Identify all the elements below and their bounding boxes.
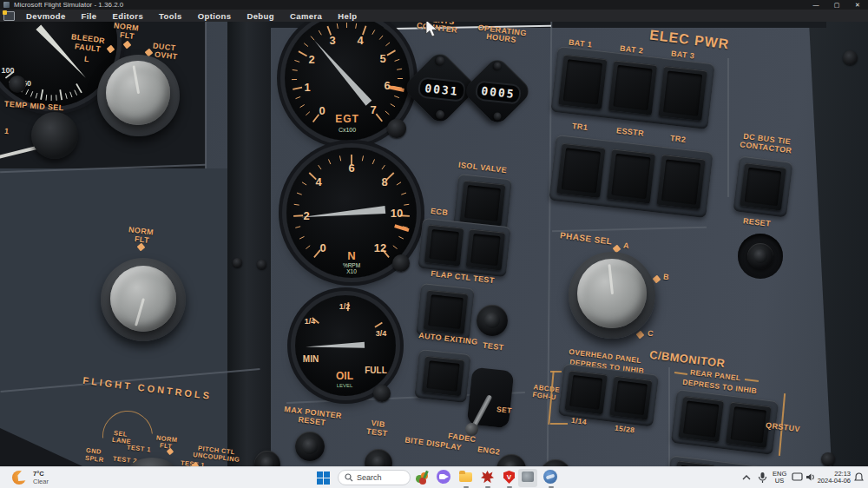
oil-gauge: 1/4 1/2 3/4 MIN FULL OIL LEVEL: [295, 295, 396, 396]
bat1-button[interactable]: [558, 55, 607, 109]
garden-app-icon[interactable]: [415, 470, 431, 485]
screw: [233, 258, 242, 267]
bleed-flt-label: FLT: [119, 30, 135, 41]
rear-cb-button-3[interactable]: [674, 460, 715, 466]
ecb-label: ECB: [430, 207, 448, 217]
dc-bus-tie-button[interactable]: [740, 162, 786, 210]
bleed-knob[interactable]: [106, 61, 170, 125]
egt-subtitle: Cx100: [339, 127, 356, 133]
start-button[interactable]: [317, 472, 330, 485]
n-title: N: [347, 249, 355, 262]
n-num: 8: [381, 175, 387, 188]
auto-exiting-button[interactable]: [421, 356, 464, 396]
tr1-button[interactable]: [556, 143, 605, 198]
right-panel-edge: [781, 22, 868, 466]
menu-file[interactable]: File: [74, 11, 105, 21]
egt-num: 1: [304, 81, 310, 94]
weather-temp: 7°C: [33, 471, 44, 478]
minimize-button[interactable]: —: [806, 0, 826, 10]
tat-tick-100: 100: [1, 66, 14, 75]
menu-devmode[interactable]: Devmode: [18, 11, 74, 21]
oil-full: FULL: [365, 366, 387, 375]
egt-bug: [389, 85, 404, 92]
microphone-icon[interactable]: [758, 472, 767, 484]
oil-title: OIL: [336, 370, 353, 382]
tray-date[interactable]: 2024-04-06: [814, 478, 851, 485]
n-num: 0: [319, 241, 326, 254]
n-sub1: %RPM: [343, 262, 360, 268]
temp-mid-sel-knob[interactable]: [31, 112, 78, 159]
mouse-cursor: [425, 22, 440, 40]
ovhd-cb-button-1[interactable]: [565, 370, 608, 414]
shield-app-icon[interactable]: V: [502, 470, 517, 485]
notification-bell-icon[interactable]: [854, 472, 864, 483]
menu-help[interactable]: Help: [330, 11, 365, 21]
elec-reset-button[interactable]: [747, 243, 773, 269]
norm-flt-knob[interactable]: [110, 266, 176, 332]
taskbar: 7°C Clear Search V: [0, 466, 868, 488]
blue-app-icon[interactable]: [543, 470, 559, 485]
max-pointer-reset-label: MAX POINTERRESET: [279, 404, 346, 429]
search-icon: [345, 473, 353, 482]
max-pointer-reset-button[interactable]: [295, 432, 325, 461]
tray-language-bottom[interactable]: US: [773, 478, 786, 485]
test-label: TEST: [483, 341, 505, 353]
flap-ctl-test-button[interactable]: [423, 290, 468, 334]
egt-num: 7: [370, 103, 376, 116]
ovhd-cb-button-2[interactable]: [609, 376, 652, 420]
red-puzzle-app-icon[interactable]: [480, 470, 496, 485]
menu-camera[interactable]: Camera: [282, 11, 330, 21]
round-button[interactable]: [254, 451, 280, 466]
n-num: 12: [374, 241, 386, 254]
egt-num: 3: [329, 34, 335, 47]
vib-test-button[interactable]: [365, 449, 392, 466]
moon-icon: [12, 471, 26, 485]
bat2-button[interactable]: [608, 60, 657, 115]
close-button[interactable]: ✕: [847, 0, 868, 10]
round-button[interactable]: [496, 454, 526, 466]
menu-bar: Devmode File Editors Tools Options Debug…: [0, 10, 868, 22]
search-box[interactable]: Search: [338, 470, 411, 485]
bleed-l-label: L: [83, 55, 89, 64]
chat-app-icon[interactable]: [437, 470, 452, 485]
cockpit-view: 100 50 BLEED FAULT R L NORM FLT DUCT OVH…: [0, 22, 868, 466]
menu-editors[interactable]: Editors: [105, 11, 152, 21]
n-num: 10: [391, 207, 403, 220]
bat3-button[interactable]: [659, 66, 707, 121]
menu-tools[interactable]: Tools: [151, 11, 190, 21]
temp-pos1-label: 1: [3, 127, 10, 136]
round-button[interactable]: [540, 459, 571, 466]
isol-valve-button[interactable]: [460, 181, 506, 227]
n-num: 6: [348, 162, 354, 175]
elec-reset-label: RESET: [743, 216, 772, 228]
screw: [373, 385, 391, 402]
maximize-button[interactable]: ▢: [826, 0, 847, 10]
active-app-tile[interactable]: [518, 469, 537, 487]
menu-debug[interactable]: Debug: [239, 11, 282, 21]
ecb-button-2[interactable]: [465, 228, 504, 270]
file-explorer-icon[interactable]: [458, 470, 474, 485]
phase-sel-knob[interactable]: [577, 259, 647, 328]
phase-sel-label: PHASE SEL: [560, 230, 613, 246]
esstr-button[interactable]: [607, 148, 655, 203]
test-button[interactable]: [477, 305, 508, 336]
range-1-14-label: 1/14: [570, 416, 587, 426]
ecb-button-1[interactable]: [424, 224, 463, 266]
egt-num: 4: [357, 34, 363, 47]
screw: [392, 254, 410, 272]
rear-cb-button-2[interactable]: [726, 402, 771, 448]
rear-cb-button-1[interactable]: [678, 396, 723, 442]
abcde-fghu-label: ABCDEFGH-U: [532, 383, 560, 402]
weather-widget[interactable]: 7°C Clear: [7, 469, 111, 487]
msfs-app-icon: [522, 472, 534, 482]
oil-min: MIN: [303, 354, 319, 364]
tray-chevron-icon[interactable]: [742, 474, 751, 481]
egt-num: 0: [319, 104, 325, 117]
isol-valve-label: ISOL VALVE: [458, 161, 508, 175]
tr2-button[interactable]: [657, 155, 706, 209]
bleed-r-label: R: [98, 36, 105, 46]
screw: [257, 260, 266, 269]
network-icon[interactable]: [792, 472, 803, 482]
menu-options[interactable]: Options: [190, 11, 240, 21]
dc-bus-tie-label: DC BUS TIECONTACTOR: [727, 130, 806, 157]
